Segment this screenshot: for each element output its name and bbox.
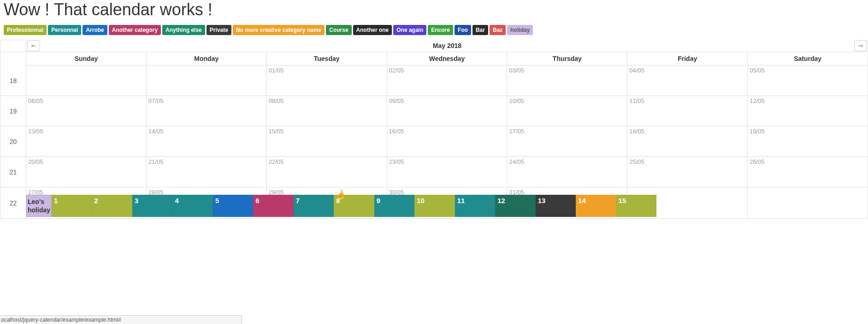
calendar: ← May 2018 → Sunday Monday Tuesday Wedne…: [0, 40, 868, 219]
week-number: 18: [0, 66, 26, 96]
event-block[interactable]: 4: [172, 195, 213, 217]
event-block[interactable]: 2: [92, 195, 132, 217]
day-cell[interactable]: 25/05: [627, 157, 748, 187]
day-cell[interactable]: 02/05: [387, 66, 508, 96]
week-number: 22: [0, 187, 26, 219]
category-badge[interactable]: One again: [393, 25, 426, 35]
categories-bar: ProfessionnalPersonnalArrobeAnother cate…: [0, 25, 868, 40]
day-cell[interactable]: 04/05: [627, 66, 748, 96]
week-number: 20: [0, 126, 26, 157]
day-number: 22/05: [269, 158, 284, 165]
week-row: 2013/0514/0515/0516/0517/0518/0519/05: [0, 126, 868, 157]
category-badge[interactable]: Arrobe: [83, 25, 107, 35]
event-block[interactable]: 12: [495, 195, 535, 217]
category-badge[interactable]: Bar: [472, 25, 488, 35]
day-number: 09/05: [389, 97, 404, 104]
day-number: 11/05: [629, 97, 644, 104]
day-cell[interactable]: 09/05: [387, 96, 508, 126]
calendar-header-main: ← May 2018 →: [26, 40, 868, 52]
event-block[interactable]: 3: [132, 195, 172, 217]
day-cell[interactable]: 22/05: [267, 157, 387, 187]
category-badge[interactable]: Another category: [109, 25, 161, 35]
day-number: 26/05: [750, 158, 765, 165]
day-header-row: Sunday Monday Tuesday Wednesday Thursday…: [0, 52, 868, 66]
day-number: 20/05: [28, 158, 43, 165]
day-number: 08/05: [269, 97, 284, 104]
day-cell[interactable]: 11/05: [627, 96, 748, 126]
page-title: Wow ! That calendar works !: [0, 0, 868, 19]
category-badge[interactable]: Private: [207, 25, 231, 35]
category-badge[interactable]: Encore: [428, 25, 453, 35]
category-badge[interactable]: Personnal: [48, 25, 81, 35]
day-cell[interactable]: 16/05: [387, 126, 508, 157]
event-block[interactable]: 6: [253, 195, 293, 217]
event-block[interactable]: 15: [616, 195, 656, 217]
day-cell[interactable]: 13/05: [26, 126, 147, 157]
week-row: 1906/0507/0508/0509/0510/0511/0512/05: [0, 96, 868, 126]
day-cell[interactable]: 05/05: [748, 66, 868, 96]
event-track-empty: [656, 195, 868, 217]
event-block[interactable]: 7: [294, 195, 334, 217]
day-number: 23/05: [389, 158, 404, 165]
holiday-event[interactable]: Leo's holiday: [26, 195, 52, 217]
day-number: 25/05: [629, 158, 644, 165]
day-header-monday: Monday: [147, 52, 267, 66]
day-cell[interactable]: 21/05: [147, 157, 267, 187]
event-block[interactable]: 9: [374, 195, 414, 217]
day-header-saturday: Saturday: [748, 52, 868, 66]
week-row: 1801/0502/0503/0504/0505/05: [0, 66, 868, 96]
category-badge[interactable]: Foo: [455, 25, 471, 35]
day-cell[interactable]: 03/05: [507, 66, 627, 96]
day-cell[interactable]: 24/05: [507, 157, 627, 187]
day-cell[interactable]: 08/05: [267, 96, 387, 126]
day-number: 24/05: [509, 158, 524, 165]
event-block[interactable]: 13: [536, 195, 576, 217]
event-track: Leo's holiday123456789101112131415: [26, 195, 868, 217]
category-badge[interactable]: holiday: [507, 25, 533, 35]
day-cell[interactable]: [26, 66, 147, 96]
day-cell[interactable]: [147, 66, 267, 96]
week-row: 2227/0528/0529/0530/0531/05Leo's holiday…: [0, 187, 868, 219]
day-cell[interactable]: 23/05: [387, 157, 508, 187]
prev-month-button[interactable]: ←: [27, 40, 40, 51]
day-cell[interactable]: 06/05: [26, 96, 147, 126]
day-cell[interactable]: 26/05: [748, 157, 868, 187]
day-cell[interactable]: 14/05: [147, 126, 267, 157]
day-number: 15/05: [269, 128, 284, 135]
event-block[interactable]: 11: [455, 195, 495, 217]
week-number: 19: [0, 96, 26, 126]
day-cell[interactable]: 01/05: [267, 66, 387, 96]
event-block[interactable]: 10: [414, 195, 455, 217]
day-cell[interactable]: 17/05: [507, 126, 627, 157]
category-badge[interactable]: Baz: [490, 25, 506, 35]
next-month-button[interactable]: →: [854, 40, 867, 51]
week-row: 2120/0521/0522/0523/0524/0525/0526/05: [0, 157, 868, 187]
day-cell[interactable]: 15/05: [267, 126, 387, 157]
event-block[interactable]: 5: [213, 195, 253, 217]
day-cell[interactable]: 12/05: [748, 96, 868, 126]
day-number: 02/05: [389, 67, 404, 74]
day-number: 21/05: [148, 158, 164, 165]
day-number: 12/05: [750, 97, 765, 104]
category-badge[interactable]: Another one: [353, 25, 392, 35]
event-block[interactable]: 8: [334, 195, 374, 217]
calendar-month-label: May 2018: [26, 42, 868, 49]
category-badge[interactable]: No more creative category name: [233, 25, 325, 35]
calendar-header-spacer: [0, 40, 26, 52]
day-cell[interactable]: 19/05: [748, 126, 868, 157]
calendar-header: ← May 2018 →: [0, 40, 868, 52]
day-cell[interactable]: 10/05: [507, 96, 627, 126]
day-number: 06/05: [28, 97, 43, 104]
category-badge[interactable]: Professionnal: [4, 25, 47, 35]
event-block[interactable]: 14: [576, 195, 616, 217]
category-badge[interactable]: Course: [326, 25, 351, 35]
week-col-header: [0, 52, 26, 66]
category-badge[interactable]: Anything else: [162, 25, 205, 35]
week-number: 21: [0, 157, 26, 187]
day-header-friday: Friday: [627, 52, 748, 66]
day-cell[interactable]: 07/05: [147, 96, 267, 126]
event-block[interactable]: 1: [52, 195, 92, 217]
day-cell[interactable]: 20/05: [26, 157, 147, 187]
day-number: 07/05: [148, 97, 164, 104]
day-cell[interactable]: 18/05: [627, 126, 748, 157]
